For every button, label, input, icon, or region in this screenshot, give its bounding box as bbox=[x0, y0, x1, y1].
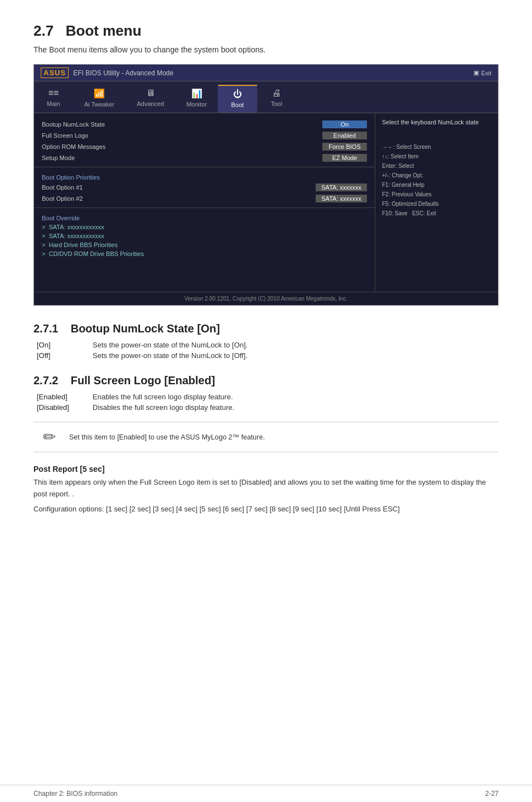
footer-right: 2-27 bbox=[485, 790, 499, 798]
footer-left: Chapter 2: BIOS information bbox=[33, 790, 118, 798]
bios-footer: Version 2.00.1201. Copyright (C) 2010 Am… bbox=[34, 292, 498, 305]
arrow-icon-4: > bbox=[42, 250, 45, 257]
subsection-271-defs: [On] Sets the power-on state of the NumL… bbox=[33, 340, 499, 361]
nav-ai-tweaker[interactable]: 📶 Ai Tweaker bbox=[73, 85, 125, 113]
bios-keys-help: →←: Select Screen ↑↓: Select Item Enter:… bbox=[382, 142, 491, 218]
bios-override-1[interactable]: > SATA: xxxxxxxxxxxx bbox=[34, 223, 375, 231]
bios-screenshot: ASUS EFI BIOS Utility - Advanced Mode ▣ … bbox=[33, 64, 499, 306]
ai-tweaker-icon: 📶 bbox=[94, 88, 105, 99]
bios-override-hdd[interactable]: > Hard Drive BBS Priorities bbox=[34, 240, 375, 249]
bios-override-cdrom[interactable]: > CD/DVD ROM Drive BBS Priorities bbox=[34, 249, 375, 258]
arrow-icon-1: > bbox=[42, 224, 45, 230]
bios-item-boot-option-2[interactable]: Boot Option #2 SATA: xxxxxxx bbox=[34, 193, 375, 204]
nav-tool[interactable]: 🖨 Tool bbox=[257, 85, 296, 113]
bios-item-numlock[interactable]: Bootup NumLock State On bbox=[34, 119, 375, 130]
section-desc: The Boot menu items allow you to change … bbox=[33, 45, 499, 54]
def-row-on: [On] Sets the power-on state of the NumL… bbox=[33, 340, 499, 350]
post-report-body2: Configuration options: [1 sec] [2 sec] [… bbox=[33, 504, 499, 515]
subsection-272-title: 2.7.2 Full Screen Logo [Enabled] bbox=[33, 374, 499, 387]
nav-boot[interactable]: ⏻ Boot bbox=[218, 85, 257, 113]
nav-monitor[interactable]: 📊 Monitor bbox=[175, 85, 218, 113]
nav-main[interactable]: ≡≡ Main bbox=[34, 85, 73, 113]
section-title: 2.7 Boot menu bbox=[33, 22, 499, 40]
bios-left-panel: Bootup NumLock State On Full Screen Logo… bbox=[34, 113, 375, 292]
bios-item-setup-mode[interactable]: Setup Mode EZ Mode bbox=[34, 152, 375, 163]
asus-logo: ASUS bbox=[41, 67, 69, 78]
main-icon: ≡≡ bbox=[49, 88, 59, 98]
exit-icon: ▣ bbox=[473, 69, 479, 76]
bios-item-boot-option-1[interactable]: Boot Option #1 SATA: xxxxxxx bbox=[34, 182, 375, 193]
arrow-icon-2: > bbox=[42, 233, 45, 239]
bios-section-boot-priorities: Boot Option Priorities bbox=[34, 171, 375, 182]
note-text: Set this item to [Enabled] to use the AS… bbox=[69, 433, 265, 441]
bios-right-panel: Select the keyboard NumLock state →←: Se… bbox=[375, 113, 498, 292]
bios-override-2[interactable]: > SATA: xxxxxxxxxxxx bbox=[34, 231, 375, 240]
tool-icon: 🖨 bbox=[272, 88, 281, 98]
monitor-icon: 📊 bbox=[191, 88, 202, 99]
def-row-off: [Off] Sets the power-on state of the Num… bbox=[33, 350, 499, 361]
bios-title: EFI BIOS Utility - Advanced Mode bbox=[73, 69, 173, 77]
note-box: ✏ Set this item to [Enabled] to use the … bbox=[33, 422, 499, 452]
pencil-icon: ✏ bbox=[38, 428, 60, 446]
subsection-271-title: 2.7.1 Bootup NumLock State [On] bbox=[33, 322, 499, 335]
nav-advanced[interactable]: 🖥 Advanced bbox=[125, 85, 175, 113]
arrow-icon-3: > bbox=[42, 241, 45, 248]
post-report-body1: This item appears only when the Full Scr… bbox=[33, 477, 499, 500]
bios-hint: Select the keyboard NumLock state bbox=[382, 119, 491, 125]
def-row-enabled: [Enabled] Enables the full screen logo d… bbox=[33, 392, 499, 402]
advanced-icon: 🖥 bbox=[146, 88, 155, 98]
bios-header: ASUS EFI BIOS Utility - Advanced Mode ▣ … bbox=[34, 65, 498, 81]
bios-content: Bootup NumLock State On Full Screen Logo… bbox=[34, 113, 498, 292]
bios-nav: ≡≡ Main 📶 Ai Tweaker 🖥 Advanced 📊 Monito… bbox=[34, 81, 498, 113]
post-report-title: Post Report [5 sec] bbox=[33, 465, 499, 474]
subsection-272-defs: [Enabled] Enables the full screen logo d… bbox=[33, 392, 499, 413]
page-footer: Chapter 2: BIOS information 2-27 bbox=[0, 785, 532, 802]
def-row-disabled: [Disabled] Disables the full screen logo… bbox=[33, 402, 499, 413]
bios-item-fullscreen[interactable]: Full Screen Logo Enabled bbox=[34, 130, 375, 141]
bios-exit[interactable]: ▣ Exit bbox=[473, 69, 491, 76]
bios-brand: ASUS EFI BIOS Utility - Advanced Mode bbox=[41, 67, 173, 78]
bios-item-option-rom[interactable]: Option ROM Messages Force BIOS bbox=[34, 141, 375, 152]
bios-section-boot-override: Boot Override bbox=[34, 211, 375, 223]
boot-icon: ⏻ bbox=[233, 89, 242, 99]
